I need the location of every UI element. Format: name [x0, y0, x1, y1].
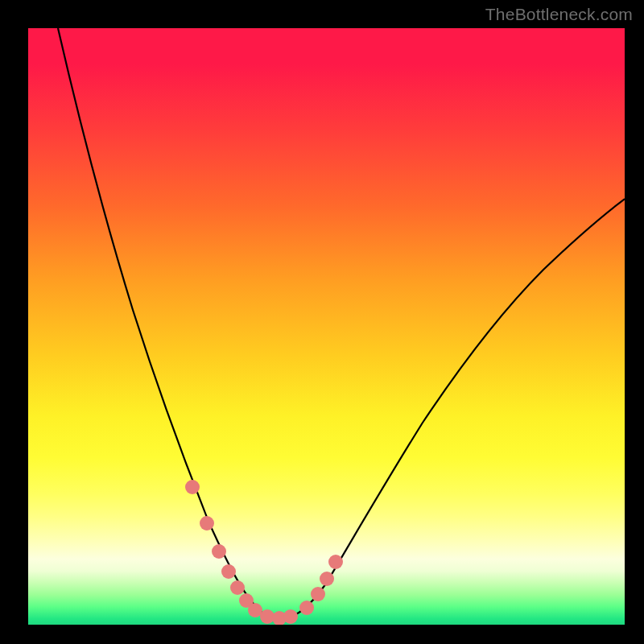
chart-frame: TheBottleneck.com [0, 0, 644, 644]
curve-group [58, 28, 625, 619]
plot-area [28, 28, 625, 625]
chart-svg [28, 28, 625, 625]
marker-dot [328, 555, 343, 569]
marker-dot [230, 580, 245, 595]
marker-dot [221, 564, 236, 579]
watermark-text: TheBottleneck.com [485, 5, 633, 24]
marker-dot [283, 609, 298, 624]
marker-dot [320, 572, 334, 586]
marker-dot [212, 544, 226, 559]
marker-group [185, 480, 343, 625]
marker-dot [299, 601, 314, 615]
marker-dot [200, 516, 214, 530]
curve-line [58, 28, 625, 619]
marker-dot [311, 587, 325, 601]
marker-dot [185, 480, 200, 494]
